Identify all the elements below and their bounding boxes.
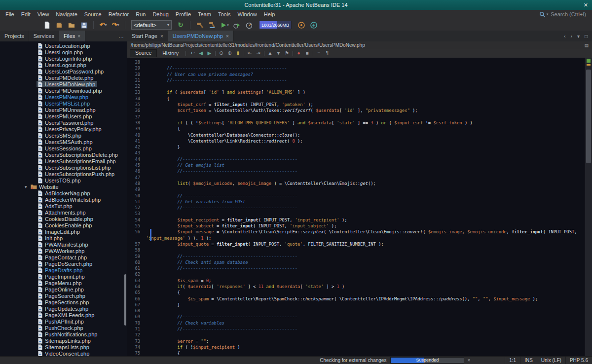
source-view-button[interactable]: Source: [130, 49, 157, 57]
menu-debug[interactable]: Debug: [149, 10, 172, 19]
menu-source[interactable]: Source: [81, 10, 105, 19]
code-line[interactable]: 72: [127, 332, 585, 338]
find-icon[interactable]: ⊙: [217, 50, 225, 57]
menu-window[interactable]: Window: [234, 10, 260, 19]
shift-left-icon[interactable]: ⇤: [246, 50, 254, 57]
code-line[interactable]: 'input_message' ) ), 1 );: [127, 235, 585, 241]
code-line[interactable]: 32: [127, 83, 585, 89]
code-line[interactable]: 41 \Contentteller\Link\Redirect::redirec…: [127, 138, 585, 144]
forward-icon[interactable]: ▶: [205, 50, 214, 57]
code-line[interactable]: 69 //-----------------------------------…: [127, 314, 585, 320]
code-line[interactable]: 54 $input_recipient = filter_input( INPU…: [127, 217, 585, 223]
code-line[interactable]: 39 {: [127, 126, 585, 132]
new-file-button[interactable]: [41, 20, 52, 30]
tree-item[interactable]: UsersSubscriptionsList.php: [0, 164, 127, 171]
code-line[interactable]: 65 {: [127, 290, 585, 295]
redo-button[interactable]: ↷▾: [110, 20, 121, 30]
expander-icon[interactable]: ▾: [25, 184, 30, 189]
save-all-button[interactable]: [78, 20, 89, 30]
tree-item[interactable]: UsersLostPassword.php: [0, 68, 127, 74]
tree-item[interactable]: UsersPassword.php: [0, 119, 127, 126]
code-line[interactable]: 70 // Check variables: [127, 320, 585, 326]
editor-scrollbar[interactable]: [585, 58, 592, 357]
tree-item[interactable]: UsersSMSAuth.php: [0, 139, 127, 145]
code-line[interactable]: 75 {: [127, 350, 585, 356]
back-icon[interactable]: ◀: [197, 50, 205, 57]
code-line[interactable]: 64 if( $userdata[ 'responses' ] < 11 and…: [127, 284, 585, 290]
progress-bar[interactable]: Suspended: [390, 357, 464, 364]
debug-button[interactable]: [231, 20, 242, 30]
code-line[interactable]: 56 $input_message = \Contentteller\Clean…: [127, 229, 585, 235]
next-bookmark-icon[interactable]: ▼: [274, 50, 283, 57]
close-icon[interactable]: ×: [77, 34, 80, 39]
new-project-button[interactable]: [54, 20, 65, 30]
tree-item[interactable]: PageSections.php: [0, 299, 127, 305]
editor-scrollbar-thumb[interactable]: [586, 70, 591, 163]
open-project-button[interactable]: [66, 20, 77, 30]
code-line[interactable]: 57 $input_quote = filter_input( INPUT_PO…: [127, 241, 585, 247]
code-line[interactable]: 35 $input_csrf = filter_input( INPUT_POS…: [127, 102, 585, 108]
code-line[interactable]: 45 // Get emojis list: [127, 162, 585, 168]
tree-item[interactable]: PageSearch.php: [0, 292, 127, 299]
code-line[interactable]: 63 $is_spam = 0;: [127, 278, 585, 284]
quick-search[interactable]: ▾ Search (Ctrl+I): [539, 11, 592, 18]
tree-item[interactable]: CookiesEnable.php: [0, 222, 127, 228]
tree-item[interactable]: PageImprint.php: [0, 273, 127, 280]
code-line[interactable]: 44 //-----------------------------------…: [127, 156, 585, 162]
tree-item[interactable]: PushAPIInit.php: [0, 318, 127, 325]
code-line[interactable]: 34 {: [127, 96, 585, 102]
tree-item[interactable]: UsersLocation.php: [0, 42, 127, 49]
code-editor[interactable]: 2829 //---------------------------------…: [127, 58, 585, 357]
tree-item[interactable]: UsersPMNew.php: [0, 94, 127, 100]
editor-tab-start-page[interactable]: Start Page×: [127, 31, 168, 41]
reload-button[interactable]: ↻: [175, 20, 186, 30]
toggle-bookmark-icon[interactable]: ⚑: [283, 50, 291, 57]
undo-dropdown-icon[interactable]: ▾: [105, 23, 107, 27]
code-line[interactable]: 59 //-----------------------------------…: [127, 254, 585, 259]
tree-item[interactable]: PageContact.php: [0, 254, 127, 260]
tree-item[interactable]: AdBlockerNag.php: [0, 190, 127, 196]
search-dropdown-icon[interactable]: ▾: [547, 12, 549, 16]
replace-icon[interactable]: ⊕: [225, 50, 234, 57]
tab-scroll-right-icon[interactable]: ›: [571, 34, 572, 39]
tree-item[interactable]: SitemapsLinks.php: [0, 337, 127, 344]
breadcrumb-settings-icon[interactable]: ▤: [584, 43, 589, 48]
tree-item[interactable]: UsersLoginInfo.php: [0, 55, 127, 62]
tree-item[interactable]: UsersTOS.php: [0, 177, 127, 183]
panel-tab-files[interactable]: Files×: [59, 31, 85, 41]
code-line[interactable]: 46 //-----------------------------------…: [127, 168, 585, 174]
code-line[interactable]: 51 // Get variables from POST: [127, 199, 585, 205]
tree-item[interactable]: PushNotifications.php: [0, 331, 127, 337]
code-line[interactable]: 73 $error = "";: [127, 338, 585, 344]
tree-item[interactable]: UsersLogin.php: [0, 49, 127, 55]
code-line[interactable]: 37: [127, 114, 585, 120]
code-line[interactable]: 50 //-----------------------------------…: [127, 193, 585, 199]
tree-item[interactable]: ▾Website: [0, 183, 127, 190]
code-line[interactable]: 48 list( $emojis_unicode, $emojis_image …: [127, 181, 585, 186]
menu-team[interactable]: Team: [194, 10, 215, 19]
tree-item[interactable]: UsersLogout.php: [0, 62, 127, 68]
run-dropdown-icon[interactable]: ▾: [227, 23, 229, 27]
code-line[interactable]: 74 if ( !$input_recipient ): [127, 344, 585, 350]
tree-item[interactable]: AdBlockerWhitelist.php: [0, 196, 127, 203]
menu-navigate[interactable]: Navigate: [52, 10, 80, 19]
tree-item[interactable]: CookiesDisable.php: [0, 216, 127, 222]
tree-item[interactable]: UsersPMDoNew.php: [0, 81, 127, 87]
close-icon[interactable]: ×: [226, 34, 229, 39]
window-close-button[interactable]: ✕: [584, 0, 588, 10]
previous-bookmark-icon[interactable]: ▲: [266, 50, 274, 57]
tree-item[interactable]: PageXMLFeeds.php: [0, 312, 127, 318]
config-select[interactable]: <default> ▾: [131, 20, 172, 30]
uncomment-icon[interactable]: ¶: [323, 50, 332, 57]
menu-edit[interactable]: Edit: [18, 10, 34, 19]
warning-mark[interactable]: [587, 64, 591, 66]
tree-item[interactable]: UsersSMS.php: [0, 132, 127, 139]
tree-item[interactable]: UsersPMUsers.php: [0, 113, 127, 119]
code-line[interactable]: 58: [127, 247, 585, 253]
tree-item[interactable]: PageOnline.php: [0, 286, 127, 292]
memory-indicator[interactable]: 1881/2666MB: [259, 21, 292, 29]
close-icon[interactable]: ×: [160, 34, 163, 39]
code-line[interactable]: 40 \Contentteller\Database\Connector::cl…: [127, 132, 585, 138]
code-line[interactable]: 29 //-----------------------------------…: [127, 65, 585, 71]
code-line[interactable]: 28: [127, 59, 585, 65]
